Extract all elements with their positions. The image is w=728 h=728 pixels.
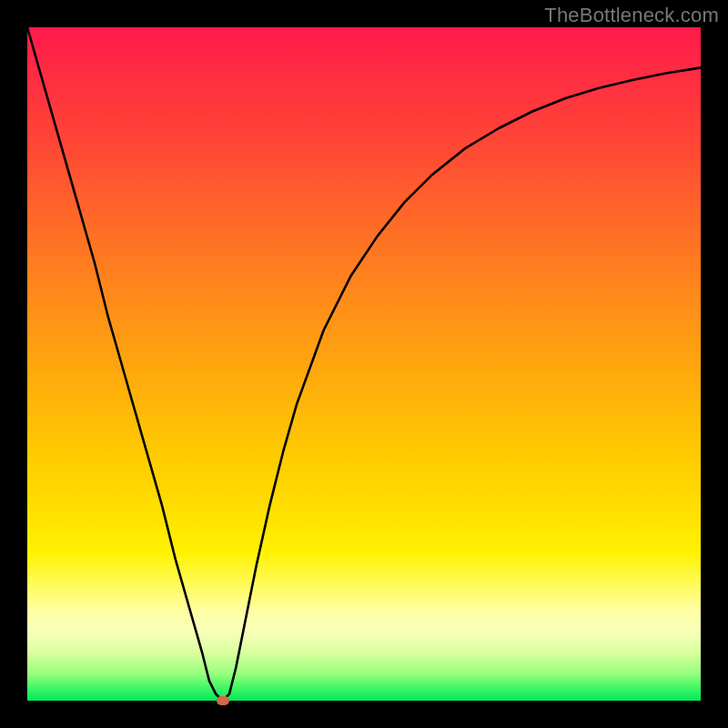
watermark-text: TheBottleneck.com xyxy=(544,4,719,27)
bottleneck-curve xyxy=(27,27,701,701)
plot-area xyxy=(27,27,701,701)
chart-frame: TheBottleneck.com xyxy=(0,0,728,728)
min-marker xyxy=(217,696,229,705)
